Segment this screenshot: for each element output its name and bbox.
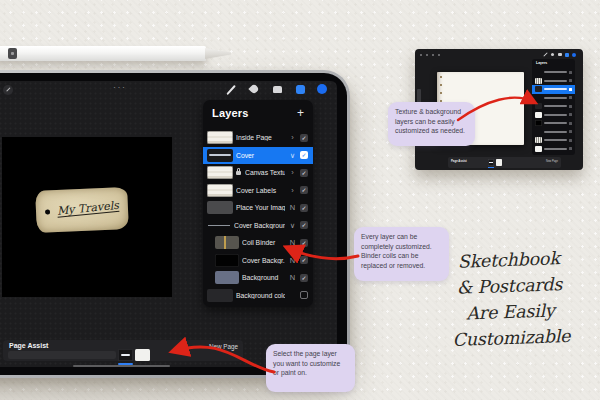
layer-visibility-checkbox[interactable]: ✓ (300, 204, 308, 212)
layer-label: Cover Background (234, 222, 285, 229)
new-page-button[interactable]: New Page (209, 343, 238, 350)
layer-thumbnail (215, 254, 239, 267)
mini-smudge-icon (551, 53, 554, 56)
layer-row-canvas-texture[interactable]: Canvas Texture › ✓ (203, 164, 313, 182)
smudge-tool-icon[interactable] (248, 83, 259, 94)
apple-pencil-tip (205, 48, 231, 59)
layers-list: Inside Page › ✓ Cover ∨ ✓ (203, 129, 313, 304)
mini-page-assist-bar: Page Assist New Page (448, 157, 561, 168)
chevron-down-icon: ∨ (288, 221, 297, 230)
headline-script-text: Sketchbook & Postcards Are Easily Custom… (426, 244, 594, 354)
layer-label: Cover Backgr... (242, 257, 285, 264)
sidebar-tool-icon[interactable] (3, 85, 13, 95)
blend-mode-normal[interactable]: N (288, 256, 297, 265)
mini-selected-underline (488, 167, 494, 168)
annotation-layers-note: Every layer can be completely customized… (354, 227, 449, 281)
annotation-select-note: Select the page layer you want to custom… (266, 344, 355, 392)
layer-row-cover-background-layer[interactable]: Cover Backgr... N ✓ (203, 252, 313, 270)
layer-visibility-checkbox[interactable]: ✓ (300, 169, 308, 177)
mini-color-icon (572, 53, 576, 57)
add-layer-button[interactable]: + (297, 108, 304, 118)
layer-thumbnail (207, 184, 233, 197)
layer-thumbnail (207, 131, 233, 144)
mini-layer-row (532, 94, 575, 103)
ipad-device: ··· My Travels Layers + (0, 70, 350, 378)
layer-label: Cover Labels (236, 187, 285, 194)
mini-layer-row (532, 128, 575, 137)
layer-visibility-checkbox[interactable]: ✓ (300, 134, 308, 142)
tag-hole (45, 209, 50, 214)
page-thumbnail[interactable] (135, 349, 150, 361)
layer-row-background[interactable]: Background N ✓ (203, 269, 313, 287)
mini-page-thumbnail (496, 159, 502, 166)
layer-thumbnail (207, 201, 233, 214)
blend-mode-normal[interactable]: N (288, 203, 297, 212)
layer-row-cover-selected[interactable]: Cover ∨ ✓ (203, 147, 313, 165)
mini-layer-row (532, 102, 575, 111)
apple-pencil-clip (8, 48, 17, 59)
layers-panel-title: Layers (212, 107, 249, 119)
travel-tag-artwork: My Travels (35, 187, 129, 233)
layer-label: Background color (236, 292, 285, 299)
page-thumbnail-selected[interactable] (118, 349, 133, 361)
coil-dot (440, 92, 442, 94)
lock-icon (236, 171, 241, 175)
chevron-right-icon: › (288, 186, 297, 195)
layer-row-place-your-image[interactable]: Place Your Imag... N ✓ (203, 199, 313, 217)
layer-row-background-color[interactable]: Background color (203, 287, 313, 305)
layer-label: Cover (236, 152, 285, 159)
blend-mode-normal[interactable]: N (288, 273, 297, 282)
brush-tool-icon[interactable] (226, 85, 235, 95)
blend-mode-normal[interactable]: N (288, 238, 297, 247)
tag-text: My Travels (49, 198, 126, 218)
mini-sidebar (417, 89, 421, 103)
mini-layers-panel: Layers (532, 59, 575, 155)
layer-label: Coil Binder (242, 239, 285, 246)
mini-eraser-icon (558, 53, 562, 56)
page-filmstrip[interactable] (8, 351, 116, 359)
layer-label: Canvas Texture (245, 169, 285, 176)
layer-row-cover-background-group[interactable]: Cover Background ∨ ✓ (203, 217, 313, 235)
procreate-screen: ··· My Travels Layers + (0, 81, 337, 367)
mini-brush-icon (543, 52, 547, 56)
ipad-bezel: ··· My Travels Layers + (0, 73, 347, 375)
layer-row-inside-page[interactable]: Inside Page › ✓ (203, 129, 313, 147)
coil-dot (440, 84, 442, 86)
mini-layer-row (532, 136, 575, 145)
multitask-indicator-icon[interactable]: ··· (113, 82, 127, 92)
mini-toolbar-icon (426, 54, 428, 56)
chevron-right-icon: › (288, 168, 297, 177)
layer-visibility-checkbox[interactable]: ✓ (300, 274, 308, 282)
layer-row-coil-binder[interactable]: Coil Binder N ✓ (203, 234, 313, 252)
layer-visibility-checkbox[interactable]: ✓ (300, 186, 308, 194)
chevron-right-icon: › (288, 133, 297, 142)
mini-layer-row-selected (532, 85, 575, 94)
layers-button-icon[interactable] (296, 85, 305, 94)
mini-layer-row (532, 68, 575, 77)
mini-layer-row (532, 145, 575, 154)
page-assist-title: Page Assist (9, 342, 48, 349)
layer-visibility-checkbox[interactable]: ✓ (300, 256, 308, 264)
home-indicator[interactable] (73, 365, 170, 367)
mini-toolbar-icon (438, 54, 440, 56)
mini-layer-row (532, 77, 575, 86)
layer-row-cover-labels[interactable]: Cover Labels › ✓ (203, 182, 313, 200)
mini-layers-list (532, 68, 575, 153)
layer-label: Inside Page (236, 134, 285, 141)
color-swatch-icon[interactable] (317, 84, 327, 94)
layer-visibility-checkbox-unchecked[interactable] (300, 291, 308, 299)
poster-background: ··· My Travels Layers + (0, 0, 600, 400)
mini-new-page-label: New Page (546, 160, 558, 163)
layer-thumbnail (207, 149, 233, 162)
layers-panel: Layers + Inside Page › ✓ Cover (203, 100, 313, 307)
mini-toolbar-icon (420, 54, 422, 56)
page-assist-bar: Page Assist New Page (3, 340, 243, 361)
mini-layer-row (532, 119, 575, 128)
layer-visibility-checkbox[interactable]: ✓ (300, 221, 308, 229)
layer-visibility-checkbox[interactable]: ✓ (300, 151, 308, 159)
eraser-tool-icon[interactable] (273, 86, 282, 93)
layer-label: Place Your Imag... (236, 204, 285, 211)
artwork-canvas: My Travels (2, 137, 172, 297)
apple-pencil (0, 46, 236, 62)
layer-visibility-checkbox[interactable]: ✓ (300, 239, 308, 247)
